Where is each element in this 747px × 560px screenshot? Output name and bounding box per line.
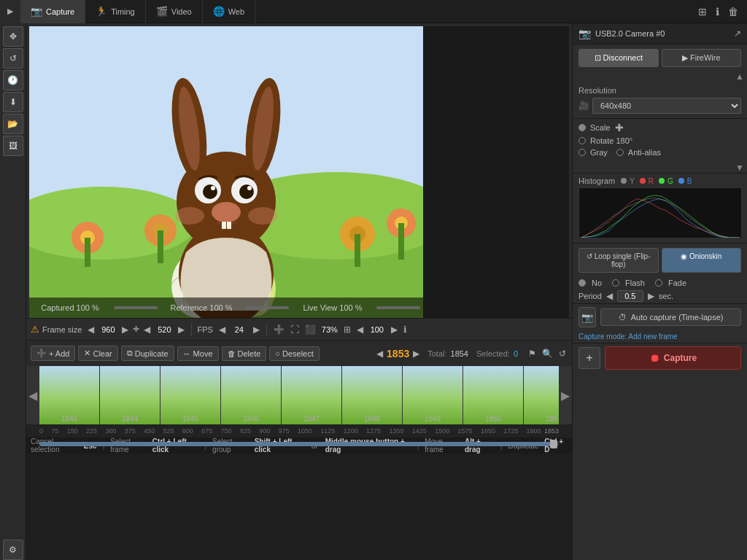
onionskin-button[interactable]: ◉ Onionskin — [662, 248, 742, 273]
flash-radio[interactable] — [612, 279, 619, 287]
camera-icon: 📷 — [578, 28, 591, 39]
move-button[interactable]: ↔ Move — [177, 346, 219, 361]
tab-timing[interactable]: 🏃 Timing — [85, 0, 146, 23]
svg-rect-32 — [227, 222, 231, 229]
timeline-frame-1847[interactable]: 1847 — [282, 366, 342, 424]
plus-icon[interactable]: ➕ — [272, 324, 286, 335]
scrubber-track[interactable] — [39, 442, 559, 446]
add-frame-button[interactable]: + — [578, 347, 600, 369]
timeline-frames: 1843 1844 1845 1846 — [39, 366, 559, 424]
gray-radio[interactable] — [578, 149, 586, 156]
captured-slider[interactable] — [114, 306, 158, 309]
delete-button[interactable]: 🗑 Delete — [222, 346, 267, 361]
no-radio[interactable] — [578, 279, 586, 287]
expand-button[interactable]: ↗ — [734, 28, 741, 39]
info-icon[interactable]: ℹ — [713, 4, 722, 19]
frame-next[interactable]: ▶ — [411, 349, 421, 359]
timeline-frame-1845[interactable]: 1845 — [160, 366, 221, 424]
fullscreen-icon[interactable]: ⊞ — [695, 4, 710, 19]
deselect-label: Deselect — [282, 349, 314, 358]
total-label: Total: — [427, 349, 446, 358]
cam-settings-btn[interactable]: 📷 — [578, 307, 596, 327]
tool-image[interactable]: 🖼 — [3, 136, 23, 156]
deselect-button[interactable]: ○ Deselect — [269, 346, 319, 361]
fps-increment[interactable]: ▶ — [252, 324, 261, 335]
clear-button[interactable]: ✕ Clear — [78, 346, 117, 361]
loop-icon: ↺ — [587, 252, 592, 260]
scale-plus-icon[interactable]: ✚ — [615, 122, 624, 133]
firewire-button[interactable]: ▶ FireWire — [662, 49, 742, 67]
delete-icon[interactable]: 🗑 — [725, 4, 741, 19]
total-val: 1854 — [451, 349, 468, 358]
reference-slider[interactable] — [245, 306, 289, 309]
grid-decrement[interactable]: ◀ — [355, 324, 365, 335]
hist-b-label: B — [687, 177, 692, 185]
move-label: Move — [193, 349, 213, 358]
timeline-frame-1850[interactable]: 1850 — [463, 366, 524, 424]
autocapture-button[interactable]: ⏱ Auto capture (Time-lapse) — [600, 308, 741, 326]
loop-button[interactable]: ↺ Loop single (Flip-flop) — [578, 248, 659, 273]
stop-btn[interactable]: ⬛ — [303, 324, 317, 335]
info-btn[interactable]: ℹ — [402, 324, 409, 335]
flag-icon[interactable]: ⚑ — [527, 349, 538, 359]
fullscreen-btn[interactable]: ⛶ — [289, 324, 301, 335]
scrubber-bar[interactable]: 0 75 150 225 300 375 450 525 600 675 750… — [26, 424, 572, 438]
period-row: Period ◀ 0.5 ▶ sec. — [573, 289, 747, 303]
duplicate-button[interactable]: ⧉ Duplicate — [121, 346, 174, 361]
tool-rotate[interactable]: ↺ — [3, 48, 23, 69]
period-increment[interactable]: ▶ — [646, 291, 656, 301]
fps-decrement[interactable]: ◀ — [217, 324, 227, 335]
tool-move[interactable]: ✥ — [3, 26, 23, 47]
timeline-next[interactable]: ▶ — [559, 366, 572, 424]
scroll-up-arrow[interactable]: ▲ — [735, 71, 744, 82]
scale-radio[interactable] — [578, 124, 586, 131]
period-decrement[interactable]: ◀ — [605, 291, 614, 301]
refresh-icon[interactable]: ↺ — [557, 349, 568, 359]
capture-button[interactable]: ⏺ Capture — [605, 346, 741, 370]
duplicate-icon: ⧉ — [127, 349, 133, 358]
width-increment[interactable]: ▶ — [120, 324, 130, 335]
camera-header: 📷 USB2.0 Camera #0 ↗ — [573, 23, 747, 44]
hist-g-dot — [659, 178, 665, 184]
timeline-frame-1843[interactable]: 1843 — [39, 366, 100, 424]
tool-folder[interactable]: 📂 — [3, 114, 23, 134]
frame-num-1851: 1851 — [524, 415, 559, 423]
tool-import[interactable]: ⬇ — [3, 92, 23, 112]
nav-arrow[interactable]: ▶ — [0, 0, 20, 23]
grid-increment[interactable]: ▶ — [390, 324, 399, 335]
fade-radio[interactable] — [655, 279, 662, 287]
timeline-frame-1849[interactable]: 1849 — [403, 366, 463, 424]
hist-r-dot — [640, 178, 646, 184]
svg-rect-35 — [581, 188, 740, 238]
tab-capture[interactable]: 📷 Capture — [20, 0, 85, 23]
width-decrement[interactable]: ◀ — [86, 324, 96, 335]
timeline-frame-1848[interactable]: 1848 — [342, 366, 403, 424]
magnify-icon[interactable]: 🔍 — [541, 349, 554, 359]
height-decrement[interactable]: ◀ — [142, 324, 152, 335]
disconnect-button[interactable]: ⊡ Disconnect — [578, 49, 659, 67]
timeline-frame-1844[interactable]: 1844 — [100, 366, 160, 424]
timeline-frame-1851[interactable]: 1851 — [524, 366, 559, 424]
onionskin-label: Onionskin — [689, 252, 721, 260]
tab-web[interactable]: 🌐 Web — [203, 0, 255, 23]
frame-num-1843: 1843 — [39, 415, 99, 423]
loop-onionskin-section: ↺ Loop single (Flip-flop) ◉ Onionskin — [573, 243, 747, 277]
grid-btn[interactable]: ⊞ — [342, 324, 352, 335]
scrubber-thumb[interactable] — [550, 440, 557, 448]
timeline-frame-1846[interactable]: 1846 — [221, 366, 282, 424]
loop-label: Loop single (Flip-flop) — [595, 252, 651, 268]
resolution-select[interactable]: 640x480 320x240 1280x720 1920x1080 — [592, 98, 741, 114]
height-increment[interactable]: ▶ — [177, 324, 186, 335]
add-button[interactable]: ➕ + Add — [31, 346, 75, 361]
tab-video[interactable]: 🎬 Video — [146, 0, 203, 23]
frame-num-1845: 1845 — [160, 415, 220, 423]
svg-point-30 — [212, 202, 241, 222]
live-slider[interactable] — [376, 306, 420, 309]
frame-prev[interactable]: ◀ — [375, 349, 384, 359]
scroll-down-arrow[interactable]: ▼ — [735, 163, 744, 173]
rotate-radio[interactable] — [578, 137, 586, 144]
tool-clock[interactable]: 🕐 — [3, 70, 23, 90]
antialias-radio[interactable] — [616, 149, 624, 156]
timeline-prev[interactable]: ◀ — [26, 366, 39, 424]
tool-settings[interactable]: ⚙ — [3, 540, 23, 560]
